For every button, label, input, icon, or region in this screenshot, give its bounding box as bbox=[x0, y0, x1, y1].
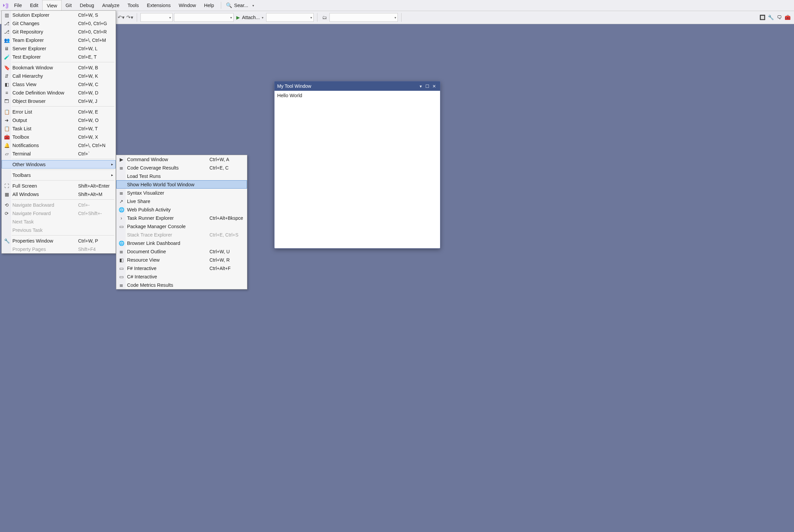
submenu-item-live-share[interactable]: ↗Live Share bbox=[116, 197, 247, 205]
callhier-icon: ⇵ bbox=[2, 73, 12, 79]
menu-item-navigate-forward: ⟳Navigate ForwardCtrl+Shift+- bbox=[2, 209, 116, 217]
menu-item-solution-explorer[interactable]: ▥Solution ExplorerCtrl+W, S bbox=[2, 11, 116, 19]
menu-help[interactable]: Help bbox=[200, 0, 218, 11]
menu-item-toolbox[interactable]: 🧰ToolboxCtrl+W, X bbox=[2, 133, 116, 141]
live-share-icon[interactable]: 🔲 bbox=[759, 14, 766, 21]
menu-window[interactable]: Window bbox=[174, 0, 200, 11]
menu-item-team-explorer[interactable]: 👥Team ExplorerCtrl+\, Ctrl+M bbox=[2, 36, 116, 44]
menu-item-git-repository[interactable]: ⎇Git RepositoryCtrl+0, Ctrl+R bbox=[2, 27, 116, 36]
menu-item-previous-task: Previous Task bbox=[2, 226, 116, 234]
attach-to-process-button[interactable]: ▶ Attach... ▾ bbox=[236, 15, 263, 20]
menu-analyze[interactable]: Analyze bbox=[98, 0, 124, 11]
menu-item-shortcut: Shift+F4 bbox=[78, 247, 116, 252]
menu-item-label: Server Explorer bbox=[12, 46, 78, 51]
codedef-icon: ≡ bbox=[2, 90, 12, 95]
menu-item-label: Test Explorer bbox=[12, 54, 78, 60]
menu-item-class-view[interactable]: ◧Class ViewCtrl+W, C bbox=[2, 80, 116, 89]
menu-item-shortcut: Ctrl+0, Ctrl+R bbox=[78, 29, 116, 35]
menu-item-call-hierarchy[interactable]: ⇵Call HierarchyCtrl+W, K bbox=[2, 72, 116, 80]
menu-extensions[interactable]: Extensions bbox=[143, 0, 174, 11]
maximize-icon[interactable]: ☐ bbox=[424, 84, 431, 89]
solution-config-combo[interactable]: ▾ bbox=[141, 13, 172, 22]
find-combo[interactable]: ▾ bbox=[330, 13, 398, 22]
submenu-item-code-coverage-results[interactable]: ≣Code Coverage ResultsCtrl+E, C bbox=[116, 164, 247, 172]
menu-item-other-windows[interactable]: Other Windows▸ bbox=[2, 160, 116, 169]
submenu-item-syntax-visualizer[interactable]: ≣Syntax Visualizer bbox=[116, 189, 247, 197]
vs-logo-icon bbox=[1, 0, 10, 11]
menu-item-bookmark-window[interactable]: 🔖Bookmark WindowCtrl+W, B bbox=[2, 63, 116, 72]
submenu-item-command-window[interactable]: ▶Command WindowCtrl+W, A bbox=[116, 155, 247, 164]
menu-item-label: Code Definition Window bbox=[12, 90, 78, 95]
menu-file[interactable]: File bbox=[10, 0, 26, 11]
submenu-item-browser-link-dashboard[interactable]: 🌐Browser Link Dashboard bbox=[116, 239, 247, 247]
view-menu-dropdown: ▥Solution ExplorerCtrl+W, S⎇Git ChangesC… bbox=[1, 11, 116, 253]
debug-target-combo[interactable]: ▾ bbox=[266, 13, 314, 22]
menu-item-shortcut: Ctrl+W, T bbox=[78, 126, 116, 131]
submenu-item-load-test-runs[interactable]: Load Test Runs bbox=[116, 172, 247, 180]
pkg-icon: ▭ bbox=[116, 224, 126, 229]
submenu-item-resource-view[interactable]: ◧Resource ViewCtrl+W, R bbox=[116, 255, 247, 264]
submenu-item-document-outline[interactable]: ≣Document OutlineCtrl+W, U bbox=[116, 247, 247, 255]
menu-item-task-list[interactable]: 📋Task ListCtrl+W, T bbox=[2, 124, 116, 133]
webpub-icon: 🌐 bbox=[116, 207, 126, 212]
menu-item-output[interactable]: ➜OutputCtrl+W, O bbox=[2, 116, 116, 124]
separator bbox=[12, 159, 114, 159]
menu-item-shortcut: Ctrl+W, X bbox=[78, 134, 116, 140]
coverage-icon: ≣ bbox=[116, 165, 126, 171]
submenu-arrow-icon: ▸ bbox=[109, 173, 116, 177]
menu-item-label: Properties Window bbox=[12, 238, 78, 244]
menu-git[interactable]: Git bbox=[62, 0, 76, 11]
tool-window-titlebar[interactable]: My Tool Window ▾ ☐ ✕ bbox=[275, 81, 440, 91]
menu-item-toolbars[interactable]: Toolbars▸ bbox=[2, 171, 116, 179]
chevron-down-icon: ▾ bbox=[262, 16, 263, 19]
menu-item-shortcut: Ctrl+W, K bbox=[78, 73, 116, 79]
menu-item-properties-window[interactable]: 🔧Properties WindowCtrl+W, P bbox=[2, 236, 116, 245]
gitchanges-icon: ⎇ bbox=[2, 21, 12, 26]
menu-item-object-browser[interactable]: 🗔Object BrowserCtrl+W, J bbox=[2, 97, 116, 105]
menu-item-shortcut: Ctrl+- bbox=[78, 202, 116, 208]
menu-item-git-changes[interactable]: ⎇Git ChangesCtrl+0, Ctrl+G bbox=[2, 19, 116, 27]
menu-item-next-task: Next Task bbox=[2, 217, 116, 226]
submenu-item-show-hello-world-tool-window[interactable]: Show Hello World Tool Window bbox=[116, 180, 247, 189]
feedback-icon[interactable]: 🗨 bbox=[776, 14, 783, 21]
undo-split-button[interactable]: ↶▾ bbox=[117, 14, 125, 21]
solution-platform-combo[interactable]: ▾ bbox=[174, 13, 234, 22]
submenu-item-code-metrics-results[interactable]: ≣Code Metrics Results bbox=[116, 281, 247, 289]
toolbar-icon[interactable]: 🗂 bbox=[321, 14, 328, 21]
submenu-item-f-interactive[interactable]: ▭F# InteractiveCtrl+Alt+F bbox=[116, 264, 247, 272]
menu-item-terminal[interactable]: ▱TerminalCtrl+` bbox=[2, 149, 116, 158]
submenu-item-label: Package Manager Console bbox=[126, 224, 209, 229]
menu-item-label: Class View bbox=[12, 82, 78, 87]
submenu-item-label: Code Coverage Results bbox=[126, 165, 209, 171]
classview-icon: ◧ bbox=[2, 82, 12, 87]
submenu-item-package-manager-console[interactable]: ▭Package Manager Console bbox=[116, 222, 247, 230]
menubar-search[interactable]: 🔍 Sear... ▾ bbox=[224, 0, 256, 11]
submenu-item-task-runner-explorer[interactable]: ›Task Runner ExplorerCtrl+Alt+Bkspce bbox=[116, 214, 247, 222]
props-icon: 🔧 bbox=[2, 238, 12, 244]
submenu-item-shortcut: Ctrl+Alt+Bkspce bbox=[209, 215, 247, 221]
toolbox-icon[interactable]: 🧰 bbox=[784, 14, 791, 21]
redo-split-button[interactable]: ↷▾ bbox=[126, 14, 133, 21]
submenu-item-web-publish-activity[interactable]: 🌐Web Publish Activity bbox=[116, 205, 247, 214]
menu-item-test-explorer[interactable]: 🧪Test ExplorerCtrl+E, T bbox=[2, 53, 116, 61]
window-dropdown-icon[interactable]: ▾ bbox=[417, 84, 424, 89]
other-windows-submenu: ▶Command WindowCtrl+W, A≣Code Coverage R… bbox=[116, 155, 247, 289]
menu-item-error-list[interactable]: 📋Error ListCtrl+W, E bbox=[2, 108, 116, 116]
menu-item-all-windows[interactable]: ▦All WindowsShift+Alt+M bbox=[2, 190, 116, 198]
submenu-item-c-interactive[interactable]: ▭C# Interactive bbox=[116, 272, 247, 281]
menu-item-notifications[interactable]: 🔔NotificationsCtrl+\, Ctrl+N bbox=[2, 141, 116, 149]
menu-debug[interactable]: Debug bbox=[76, 0, 98, 11]
resource-icon: ◧ bbox=[116, 257, 126, 263]
menu-item-label: Task List bbox=[12, 126, 78, 131]
fsharp-icon: ▭ bbox=[116, 266, 126, 271]
menu-edit[interactable]: Edit bbox=[26, 0, 42, 11]
close-icon[interactable]: ✕ bbox=[431, 84, 437, 89]
docoutline-icon: ≣ bbox=[116, 249, 126, 254]
menu-view[interactable]: View bbox=[42, 0, 61, 11]
menu-item-code-definition-window[interactable]: ≡Code Definition WindowCtrl+W, D bbox=[2, 89, 116, 97]
menu-item-full-screen[interactable]: ⛶Full ScreenShift+Alt+Enter bbox=[2, 182, 116, 190]
menu-tools[interactable]: Tools bbox=[123, 0, 143, 11]
menu-item-server-explorer[interactable]: 🖥Server ExplorerCtrl+W, L bbox=[2, 44, 116, 53]
liveshare-icon: ↗ bbox=[116, 199, 126, 204]
settings-wrench-icon[interactable]: 🔧 bbox=[767, 14, 775, 21]
